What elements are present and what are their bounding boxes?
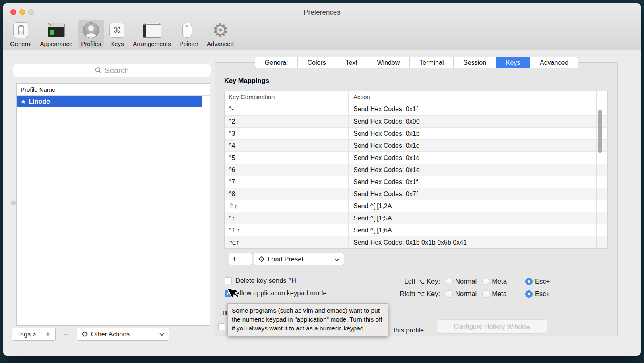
tab-session[interactable]: Session xyxy=(454,57,496,68)
column-divider xyxy=(202,84,202,325)
table-row[interactable]: ^↑ Send ^[ [1;5A xyxy=(225,212,607,224)
radio-selected-icon[interactable] xyxy=(525,290,533,298)
key-combination-cell: ^↑ xyxy=(225,212,349,224)
remove-mapping-button[interactable]: − xyxy=(240,253,252,265)
key-combination-cell: ^2 xyxy=(225,116,349,127)
action-cell: Send Hex Codes: 0x1c xyxy=(349,142,607,149)
toolbar-item-appearance[interactable]: Appearance xyxy=(37,20,75,48)
toolbar-item-advanced[interactable]: ⚙ Advanced xyxy=(204,20,237,48)
table-row[interactable]: ^7 Send Hex Codes: 0x1f xyxy=(225,176,607,188)
tab-advanced[interactable]: Advanced xyxy=(530,57,578,68)
key-combination-cell: ^6 xyxy=(225,164,349,176)
configure-hotkey-window-button[interactable]: Configure Hotkey Window xyxy=(437,319,547,334)
action-cell: Send Hex Codes: 0x7f xyxy=(349,191,607,198)
action-cell: Send Hex Codes: 0x1f xyxy=(349,106,607,113)
toolbar-item-label: Keys xyxy=(110,40,124,47)
add-profile-button[interactable]: + xyxy=(41,328,56,341)
right-option-normal[interactable]: Normal xyxy=(446,290,477,298)
toolbar-item-pointer[interactable]: Pointer xyxy=(177,20,202,48)
other-actions-label: Other Actions... xyxy=(91,331,135,338)
preferences-window: Preferences General Appearance Profiles … xyxy=(3,3,641,356)
other-actions-dropdown[interactable]: Other Actions... xyxy=(77,328,169,341)
table-row[interactable]: ^⇧↑ Send ^[ [1;6A xyxy=(225,224,607,236)
load-preset-dropdown[interactable]: Load Preset... xyxy=(254,253,344,265)
table-row[interactable]: ^5 Send Hex Codes: 0x1d xyxy=(225,151,607,164)
toolbar-item-label: Appearance xyxy=(40,40,72,47)
radio-icon[interactable] xyxy=(482,278,489,285)
action-cell: Send Hex Codes: 0x00 xyxy=(349,118,607,125)
action-cell: Send Hex Codes: 0x1b xyxy=(349,130,607,137)
table-header: Key Combination Action xyxy=(225,91,607,103)
toolbar-item-keys[interactable]: Keys xyxy=(107,20,127,48)
action-cell: Send Hex Codes: 0x1d xyxy=(349,154,607,162)
gear-icon: ⚙ xyxy=(212,21,229,39)
arrangements-icon xyxy=(143,21,161,39)
toolbar-item-arrangements[interactable]: Arrangements xyxy=(130,20,173,48)
key-mappings-table: Key Combination Action ^- Send Hex Codes… xyxy=(224,91,608,249)
profile-tabbar: General Colors Text Window Terminal Sess… xyxy=(255,57,578,68)
key-combination-column-header[interactable]: Key Combination xyxy=(225,91,349,103)
radio-icon[interactable] xyxy=(482,290,489,298)
hotkey-description-fragment: this profile. xyxy=(394,326,426,334)
table-row[interactable]: ^2 Send Hex Codes: 0x00 xyxy=(225,115,607,127)
scrollbar-track-divider xyxy=(596,91,597,248)
tab-terminal[interactable]: Terminal xyxy=(410,57,454,68)
profile-footer-bar: Tags > + − Other Actions... xyxy=(12,328,169,341)
radio-label: Esc+ xyxy=(535,290,550,298)
key-combination-cell: ^⇧↑ xyxy=(225,224,349,236)
appearance-icon xyxy=(48,21,65,39)
delete-key-checkbox[interactable] xyxy=(225,277,232,284)
tab-window[interactable]: Window xyxy=(367,57,410,68)
table-row[interactable]: ⌥↑ Send Hex Codes: 0x1b 0x1b 0x5b 0x41 xyxy=(225,236,607,248)
toolbar-item-label: Profiles xyxy=(81,40,101,47)
toolbar-item-profiles[interactable]: Profiles xyxy=(78,20,104,48)
search-icon xyxy=(95,67,102,74)
hotkey-checkbox[interactable] xyxy=(218,323,225,330)
desktop-background: Preferences General Appearance Profiles … xyxy=(0,0,644,363)
table-row[interactable]: ^- Send Hex Codes: 0x1f xyxy=(225,103,607,115)
radio-icon[interactable] xyxy=(446,278,453,285)
default-profile-star-icon: ★ xyxy=(21,98,26,105)
radio-icon[interactable] xyxy=(446,290,453,298)
left-option-esc[interactable]: Esc+ xyxy=(525,278,550,285)
mouse-icon xyxy=(181,21,197,39)
right-option-meta[interactable]: Meta xyxy=(482,290,507,298)
splitter-handle-dot xyxy=(11,201,16,205)
toolbar-item-label: Advanced xyxy=(207,40,234,47)
radio-label: Normal xyxy=(455,290,477,298)
tab-general[interactable]: General xyxy=(255,57,298,68)
table-row[interactable]: ^3 Send Hex Codes: 0x1b xyxy=(225,127,607,139)
table-row[interactable]: ^4 Send Hex Codes: 0x1c xyxy=(225,139,607,151)
keypad-label: Allow application keypad mode xyxy=(235,289,327,297)
add-mapping-button[interactable]: + xyxy=(229,253,240,265)
key-combination-cell: ^4 xyxy=(225,140,349,151)
left-option-meta[interactable]: Meta xyxy=(482,278,507,285)
tab-text[interactable]: Text xyxy=(336,57,367,68)
table-row[interactable]: ^6 Send Hex Codes: 0x1e xyxy=(225,164,607,176)
key-combination-cell: ^7 xyxy=(225,176,349,188)
table-body: ^- Send Hex Codes: 0x1f ^2 Send Hex Code… xyxy=(225,103,607,248)
left-option-key-label: Left ⌥ Key: xyxy=(382,278,440,285)
action-cell: Send ^[ [1;2A xyxy=(349,203,607,210)
keymap-edit-controls: + − Load Preset... xyxy=(229,253,344,265)
search-input[interactable]: Search xyxy=(13,64,211,77)
right-option-key-label: Right ⌥ Key: xyxy=(382,290,440,298)
chevron-down-icon xyxy=(159,331,164,336)
remove-profile-button[interactable]: − xyxy=(60,328,72,341)
tab-colors[interactable]: Colors xyxy=(298,57,336,68)
key-combination-cell: ⇧↑ xyxy=(225,200,349,212)
general-icon xyxy=(13,21,28,39)
radio-label: Esc+ xyxy=(535,278,550,285)
table-row[interactable]: ^8 Send Hex Codes: 0x7f xyxy=(225,188,607,200)
radio-selected-icon[interactable] xyxy=(525,278,533,285)
tags-button[interactable]: Tags > xyxy=(12,328,41,341)
profile-row-linode[interactable]: ★Linode xyxy=(17,96,202,107)
table-row[interactable]: ⇧↑ Send ^[ [1;2A xyxy=(225,200,607,212)
toolbar-item-general[interactable]: General xyxy=(7,20,34,48)
toolbar-item-label: General xyxy=(10,40,31,47)
action-column-header[interactable]: Action xyxy=(349,93,607,100)
table-scrollbar[interactable] xyxy=(598,110,602,153)
tab-keys[interactable]: Keys xyxy=(496,57,530,68)
left-option-normal[interactable]: Normal xyxy=(446,278,477,285)
right-option-esc[interactable]: Esc+ xyxy=(525,290,550,298)
